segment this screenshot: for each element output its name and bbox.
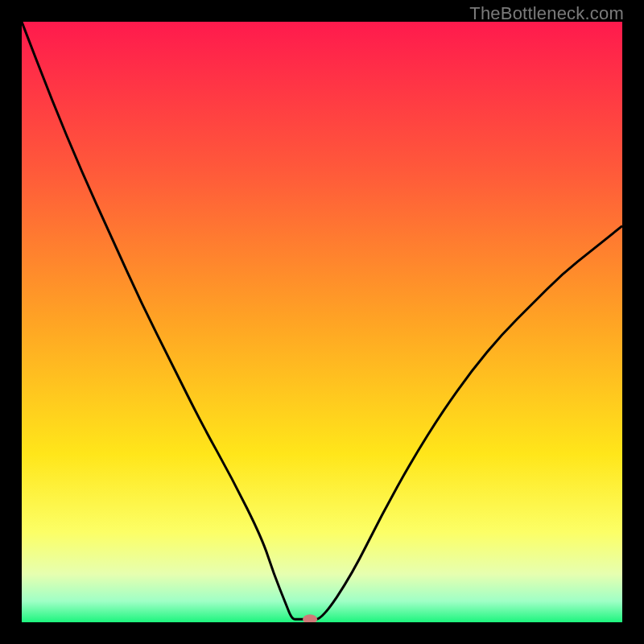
chart-svg: [22, 22, 622, 622]
gradient-background: [22, 22, 622, 622]
plot-area: [22, 22, 622, 622]
chart-frame: TheBottleneck.com: [0, 0, 644, 644]
